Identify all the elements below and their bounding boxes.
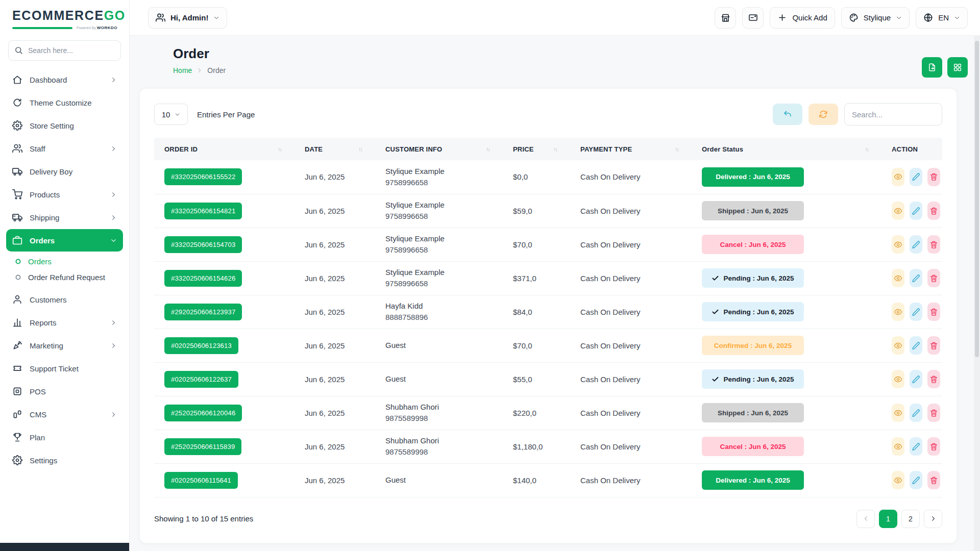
table-search-input[interactable] (844, 103, 942, 126)
order-edit-button[interactable] (910, 336, 922, 355)
order-view-button[interactable] (892, 269, 904, 287)
next-page-button[interactable] (924, 510, 942, 528)
order-id-badge[interactable]: #3320250606154821 (164, 203, 242, 219)
order-view-button[interactable] (892, 235, 904, 254)
sidebar-item-settings[interactable]: Settings (6, 449, 123, 471)
col-date[interactable]: DATE↑↓ (300, 138, 380, 160)
order-delete-button[interactable] (927, 168, 940, 186)
sidebar-item-staff[interactable]: Staff (6, 137, 123, 160)
window-scrollbar[interactable] (974, 36, 980, 551)
order-delete-button[interactable] (927, 269, 940, 287)
entries-per-page-select[interactable]: 10 (154, 104, 188, 125)
language-switcher-button[interactable]: EN (916, 7, 968, 29)
col-customer-info[interactable]: CUSTOMER INFO↑↓ (380, 138, 508, 160)
order-edit-button[interactable] (910, 370, 922, 388)
order-id-badge[interactable]: #3320250606154626 (164, 270, 242, 287)
app-logo[interactable]: ECOMMERCEGO Powered By WORKDO (0, 0, 129, 33)
order-delete-button[interactable] (927, 336, 940, 355)
order-id-badge[interactable]: #3320250606155522 (164, 168, 242, 185)
order-edit-button[interactable] (910, 235, 922, 254)
order-edit-button[interactable] (910, 471, 922, 489)
order-delete-button[interactable] (927, 404, 940, 422)
sidebar-item-pos[interactable]: POS (6, 380, 123, 403)
page-button-1[interactable]: 1 (879, 510, 897, 528)
sort-icon[interactable]: ↑↓ (278, 146, 281, 152)
order-delete-button[interactable] (927, 370, 940, 388)
col-price[interactable]: PRICE↑↓ (508, 138, 575, 160)
quick-add-button[interactable]: Quick Add (770, 7, 835, 29)
sidebar-item-delivery-boy[interactable]: Delivery Boy (6, 160, 123, 183)
order-delete-button[interactable] (927, 303, 940, 321)
order-edit-button[interactable] (910, 404, 922, 422)
order-edit-button[interactable] (910, 269, 922, 287)
order-delete-button[interactable] (927, 471, 940, 489)
sidebar-search-input[interactable] (8, 40, 121, 61)
order-edit-button[interactable] (910, 168, 922, 186)
col-order-status[interactable]: Order Status↑↓ (697, 138, 887, 160)
order-edit-button[interactable] (910, 202, 922, 220)
email-templates-button[interactable] (742, 7, 764, 29)
sidebar-item-theme-customize[interactable]: Theme Customize (6, 91, 123, 114)
order-delete-button[interactable] (927, 202, 940, 220)
order-edit-button[interactable] (910, 303, 922, 321)
sidebar-item-dashboard[interactable]: Dashboard (6, 68, 123, 91)
sidebar-item-products[interactable]: Products (6, 183, 123, 206)
prev-page-button[interactable] (856, 510, 875, 528)
sort-icon[interactable]: ↑↓ (358, 146, 362, 152)
order-edit-button[interactable] (910, 437, 922, 456)
table-row: #3320250606154821 Jun 6, 2025 Stylique E… (154, 194, 942, 228)
store-switcher-button[interactable]: Stylique (841, 7, 910, 29)
sidebar-item-store-setting[interactable]: Store Setting (6, 114, 123, 137)
sort-icon[interactable]: ↑↓ (865, 146, 868, 152)
sidebar-item-customers[interactable]: Customers (6, 288, 123, 311)
sidebar-item-shipping[interactable]: Shipping (6, 206, 123, 229)
sort-icon[interactable]: ↑↓ (675, 146, 678, 152)
breadcrumb-home-link[interactable]: Home (173, 66, 192, 74)
order-id-badge[interactable]: #020250606115641 (164, 472, 238, 489)
sort-icon[interactable]: ↑↓ (486, 146, 489, 152)
order-view-button[interactable] (892, 370, 904, 388)
sidebar-item-marketing[interactable]: Marketing (6, 334, 123, 357)
order-delete-button[interactable] (927, 235, 940, 254)
order-view-button[interactable] (892, 404, 904, 422)
order-id-badge[interactable]: #2520250606120046 (164, 405, 242, 421)
sidebar-item-plan[interactable]: Plan (6, 426, 123, 448)
order-delete-button[interactable] (927, 437, 940, 456)
order-view-button[interactable] (892, 168, 904, 186)
sort-icon[interactable]: ↑↓ (553, 146, 557, 152)
showing-entries-text: Showing 1 to 10 of 15 entries (154, 514, 253, 523)
order-view-button[interactable] (892, 202, 904, 220)
undo-button[interactable] (773, 104, 802, 125)
order-id-badge[interactable]: #020250606123613 (164, 337, 238, 354)
export-button[interactable] (922, 57, 942, 78)
customer-name: Guest (385, 373, 503, 385)
admin-menu-button[interactable]: Hi, Admin! (148, 7, 227, 29)
customer-phone: 8888758896 (385, 312, 503, 323)
order-view-button[interactable] (892, 437, 904, 456)
col-payment-type[interactable]: PAYMENT TYPE↑↓ (575, 138, 697, 160)
sidebar-item-reports[interactable]: Reports (6, 311, 123, 334)
order-view-button[interactable] (892, 336, 904, 355)
order-id-badge[interactable]: #2920250606123937 (164, 304, 242, 320)
sidebar-sub-item-order-refund-request[interactable]: Order Refund Request (6, 269, 123, 285)
sidebar-item-orders[interactable]: Orders (6, 229, 123, 252)
page-button-2[interactable]: 2 (901, 510, 920, 528)
table-row: #3320250606154703 Jun 6, 2025 Stylique E… (154, 228, 942, 261)
order-id-badge[interactable]: #020250606122637 (164, 371, 238, 388)
order-id-badge[interactable]: #3320250606154703 (164, 236, 242, 253)
customer-name: Guest (385, 474, 503, 486)
order-view-button[interactable] (892, 303, 904, 321)
chevron-right-icon (930, 515, 937, 522)
sidebar-sub-item-orders[interactable]: Orders (6, 254, 123, 269)
grid-view-button[interactable] (947, 57, 968, 78)
order-view-button[interactable] (892, 471, 904, 489)
sidebar-item-support-ticket[interactable]: Support Ticket (6, 357, 123, 380)
scrollbar-thumb[interactable] (975, 41, 979, 357)
storefront-button[interactable] (715, 7, 736, 29)
order-id-badge[interactable]: #2520250606115839 (164, 438, 241, 455)
sidebar-item-cms[interactable]: CMS (6, 403, 123, 425)
quick-add-label: Quick Add (792, 13, 827, 22)
col-order-id[interactable]: ORDER ID↑↓ (154, 138, 300, 160)
reports-icon (12, 317, 22, 328)
refresh-button[interactable] (808, 104, 838, 125)
